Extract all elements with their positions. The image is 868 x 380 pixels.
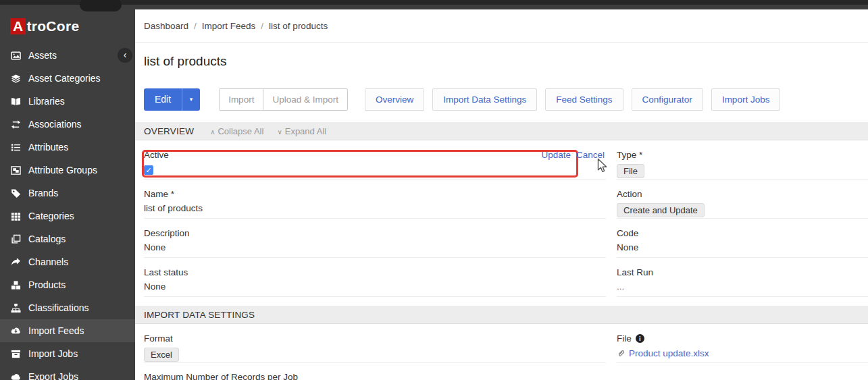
format-value-badge: Excel (144, 348, 179, 362)
field-active: Active ✓ Update Cancel (144, 140, 606, 180)
description-label: Description (144, 228, 606, 239)
action-value-badge: Create and Update (617, 203, 705, 217)
breadcrumb-dashboard[interactable]: Dashboard (144, 21, 188, 31)
chevron-left-icon: ‹ (124, 49, 127, 60)
check-icon: ✓ (145, 166, 151, 174)
edit-button[interactable]: Edit (144, 88, 182, 111)
format-label: Format (144, 333, 606, 344)
sidebar-item-label: Associations (28, 119, 82, 130)
sidebar-item-label: Attributes (28, 142, 68, 153)
field-action: Action Create and Update (617, 180, 868, 219)
expand-all-label: Expand All (285, 126, 326, 136)
sidebar-item-label: Categories (28, 211, 74, 221)
chevron-up-icon: ∧ (210, 128, 215, 136)
book-icon (10, 96, 21, 107)
last-status-label: Last status (144, 267, 606, 278)
file-attachment-link[interactable]: Product update.xlsx (617, 348, 868, 358)
sidebar: AtroCore ‹ Assets Asset Categories Libra… (0, 5, 135, 380)
paperclip-icon (617, 349, 626, 358)
field-description: Description None (144, 219, 606, 258)
page-title: list of products (144, 54, 868, 69)
caret-down-icon: ▾ (190, 96, 193, 103)
field-file: Filei Product update.xlsx (617, 324, 868, 363)
sidebar-item-categories[interactable]: Categories (0, 205, 135, 227)
import-button[interactable]: Import (219, 88, 263, 111)
sitemap-icon (10, 302, 21, 313)
tag-icon (10, 188, 21, 198)
browser-lower-strip (0, 5, 868, 9)
sidebar-collapse-button[interactable]: ‹ (118, 48, 132, 63)
edit-split-button: Edit ▾ (144, 88, 200, 111)
update-link[interactable]: Update (541, 150, 571, 160)
sidebar-item-brands[interactable]: Brands (0, 182, 135, 205)
import-settings-panel-header: IMPORT DATA SETTINGS (135, 306, 868, 324)
sidebar-item-label: Asset Categories (28, 73, 101, 84)
code-label: Code (617, 228, 868, 239)
toolbar: Edit ▾ Import Upload & Import Overview I… (144, 88, 868, 111)
share-arrow-icon (10, 256, 21, 267)
tab-overview[interactable]: Overview (365, 88, 424, 111)
active-checkbox[interactable]: ✓ (144, 165, 153, 175)
tab-configurator[interactable]: Configurator (632, 88, 703, 111)
field-name: Name * list of products (144, 180, 606, 219)
collapse-all-button[interactable]: ∧Collapse All (210, 126, 263, 136)
last-run-label: Last Run (617, 267, 868, 278)
sidebar-item-import-feeds[interactable]: Import Feeds (0, 319, 135, 342)
file-label-text: File (617, 333, 632, 344)
sidebar-item-attribute-groups[interactable]: Attribute Groups (0, 159, 135, 182)
field-code: Code None (617, 219, 868, 258)
grid-icon (10, 211, 21, 221)
tab-import-data-settings[interactable]: Import Data Settings (432, 88, 537, 111)
sidebar-item-import-jobs[interactable]: Import Jobs (0, 342, 135, 365)
sidebar-item-label: Import Jobs (28, 348, 78, 359)
info-icon[interactable]: i (636, 334, 644, 343)
breadcrumb-import-feeds[interactable]: Import Feeds (202, 21, 256, 31)
sidebar-item-label: Brands (28, 188, 58, 198)
sidebar-item-attributes[interactable]: Attributes (0, 136, 135, 159)
active-label: Active (144, 150, 606, 161)
sidebar-nav: ‹ Assets Asset Categories Libraries Asso… (0, 44, 135, 380)
sidebar-item-asset-categories[interactable]: Asset Categories (0, 67, 135, 90)
expand-all-button[interactable]: ∨Expand All (277, 126, 326, 136)
tab-import-jobs[interactable]: Import Jobs (711, 88, 781, 111)
overview-panel-header: OVERVIEW ∧Collapse All ∨Expand All (135, 122, 868, 140)
sidebar-item-label: Channels (28, 256, 68, 267)
code-value: None (617, 242, 868, 253)
browser-tab-shape (80, 0, 122, 11)
sidebar-item-channels[interactable]: Channels (0, 250, 135, 273)
sidebar-item-label: Classifications (28, 302, 88, 313)
sidebar-item-assets[interactable]: Assets (0, 44, 135, 67)
field-last-run: Last Run ... (617, 258, 868, 297)
edit-dropdown-toggle[interactable]: ▾ (182, 88, 200, 111)
sidebar-item-products[interactable]: Products (0, 273, 135, 296)
sidebar-item-libraries[interactable]: Libraries (0, 90, 135, 113)
sidebar-item-classifications[interactable]: Classifications (0, 296, 135, 319)
breadcrumb: Dashboard / Import Feeds / list of produ… (135, 9, 868, 43)
last-run-value: ... (617, 281, 868, 292)
sidebar-item-associations[interactable]: Associations (0, 113, 135, 136)
object-group-icon (10, 165, 21, 175)
sidebar-item-label: Import Feeds (28, 325, 84, 336)
cloud-download-icon (10, 325, 21, 336)
overview-panel-title: OVERVIEW (144, 126, 194, 136)
clone-icon (10, 234, 21, 244)
sidebar-item-catalogs[interactable]: Catalogs (0, 227, 135, 250)
chevron-down-icon: ∨ (277, 128, 282, 136)
file-label: Filei (617, 333, 868, 344)
exchange-arrows-icon (10, 119, 21, 130)
tab-feed-settings[interactable]: Feed Settings (545, 88, 623, 111)
sidebar-item-label: Assets (28, 50, 57, 61)
breadcrumb-separator: / (261, 21, 263, 31)
cubes-icon (10, 279, 21, 290)
list-icon (10, 142, 21, 153)
max-records-label: Maximum Number of Records per Job (144, 372, 868, 380)
import-settings-fields: Format Excel Filei Product update.xlsx (144, 324, 868, 363)
sidebar-item-export-jobs[interactable]: Export Jobs (0, 365, 135, 380)
sidebar-item-label: Catalogs (28, 234, 66, 244)
import-button-group: Import Upload & Import (219, 88, 348, 111)
cloud-icon (10, 371, 21, 380)
upload-and-import-button[interactable]: Upload & Import (263, 88, 348, 111)
cancel-link[interactable]: Cancel (576, 150, 605, 160)
overview-fields: Active ✓ Update Cancel Type * File Name … (144, 140, 868, 297)
type-value-badge: File (617, 164, 644, 178)
